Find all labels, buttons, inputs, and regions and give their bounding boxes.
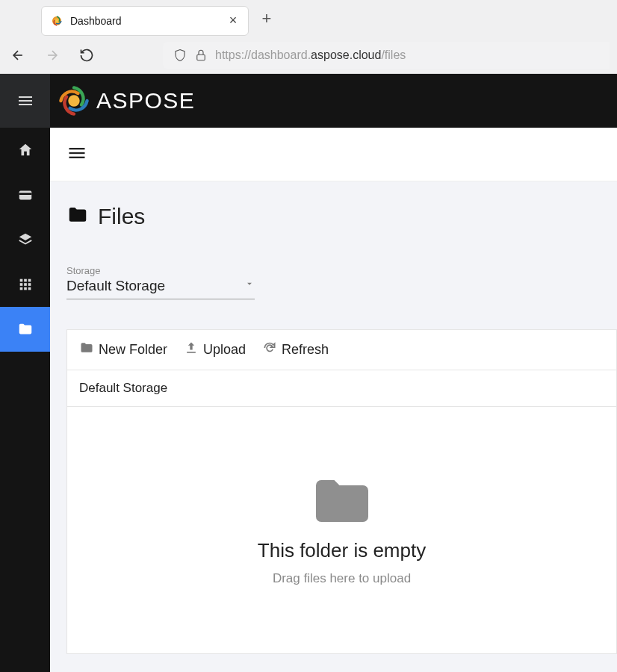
files-actions: New Folder Upload Refresh (67, 330, 616, 370)
svg-rect-5 (19, 191, 31, 200)
new-tab-button[interactable]: + (256, 9, 277, 28)
folder-icon (66, 204, 89, 229)
brand-name: ASPOSE (96, 88, 195, 113)
svg-rect-4 (19, 104, 32, 105)
nav-reload-button[interactable] (76, 45, 97, 66)
svg-rect-10 (19, 283, 22, 286)
refresh-button[interactable]: Refresh (262, 340, 329, 359)
refresh-label: Refresh (282, 342, 329, 358)
svg-rect-9 (28, 279, 31, 282)
storage-select-value: Default Storage (66, 276, 165, 294)
svg-rect-15 (28, 287, 31, 290)
upload-button[interactable]: Upload (184, 340, 246, 359)
app: ASPOSE Files Storage Default Storage (0, 74, 617, 672)
page-title: Files (98, 204, 145, 229)
lock-icon (194, 49, 208, 62)
address-field[interactable]: https://dashboard.aspose.cloud/files (163, 42, 610, 69)
svg-rect-11 (24, 283, 27, 286)
storage-select-label: Storage (66, 265, 255, 276)
tab-close-icon[interactable]: × (227, 13, 239, 28)
sidebar-item-billing[interactable] (0, 172, 50, 217)
tab-strip: Dashboard × + (0, 0, 617, 37)
sidebar-item-files[interactable] (0, 307, 50, 352)
nav-forward-button (42, 45, 63, 66)
svg-point-16 (68, 95, 79, 106)
url-prefix: https://dashboard. (215, 49, 311, 61)
svg-rect-6 (19, 193, 31, 195)
sidebar (0, 74, 50, 672)
sidebar-item-home[interactable] (0, 128, 50, 172)
empty-subtitle: Drag files here to upload (273, 571, 411, 586)
page-toolbar (50, 128, 617, 181)
svg-rect-3 (19, 100, 32, 102)
svg-rect-18 (69, 152, 85, 153)
sidebar-item-apps[interactable] (0, 262, 50, 307)
brand-bar: ASPOSE (50, 74, 617, 128)
svg-rect-7 (19, 279, 22, 282)
files-card: New Folder Upload Refresh Default Storag… (66, 329, 617, 654)
folder-icon (79, 340, 94, 359)
tab-title: Dashboard (70, 15, 220, 27)
storage-select[interactable]: Storage Default Storage (66, 265, 255, 299)
svg-rect-1 (197, 55, 205, 60)
url-host: aspose.cloud (311, 49, 381, 61)
breadcrumb-root: Default Storage (79, 381, 167, 395)
address-url: https://dashboard.aspose.cloud/files (215, 49, 406, 62)
page-title-row: Files (66, 204, 617, 229)
browser-tab[interactable]: Dashboard × (41, 6, 249, 36)
brand-logo-icon (58, 84, 90, 117)
main-column: ASPOSE Files Storage Default Storage (50, 74, 617, 672)
new-folder-label: New Folder (99, 342, 167, 358)
svg-rect-13 (19, 287, 22, 290)
new-folder-button[interactable]: New Folder (79, 340, 167, 359)
folder-large-icon (310, 475, 374, 530)
svg-rect-19 (69, 156, 85, 158)
browser-chrome: Dashboard × + https://dashboard.aspose.c… (0, 0, 617, 74)
svg-rect-17 (69, 148, 85, 149)
page-area: Files Storage Default Storage New Folder (50, 181, 617, 672)
sidebar-toggle-button[interactable] (0, 74, 50, 128)
nav-back-button[interactable] (7, 45, 28, 66)
page-menu-button[interactable] (66, 143, 87, 167)
refresh-icon (262, 340, 277, 359)
empty-state[interactable]: This folder is empty Drag files here to … (67, 407, 616, 653)
url-path: /files (381, 49, 406, 61)
svg-rect-14 (24, 287, 27, 290)
address-bar: https://dashboard.aspose.cloud/files (0, 37, 617, 74)
svg-rect-12 (28, 283, 31, 286)
empty-title: This folder is empty (258, 539, 426, 562)
upload-label: Upload (203, 342, 246, 358)
sidebar-item-layers[interactable] (0, 217, 50, 262)
breadcrumb[interactable]: Default Storage (67, 370, 616, 407)
tab-favicon-icon (51, 15, 63, 27)
upload-icon (184, 340, 199, 359)
chevron-down-icon (244, 279, 255, 292)
shield-icon (173, 49, 187, 62)
svg-rect-2 (19, 96, 32, 98)
svg-rect-8 (24, 279, 27, 282)
svg-rect-20 (187, 352, 196, 353)
